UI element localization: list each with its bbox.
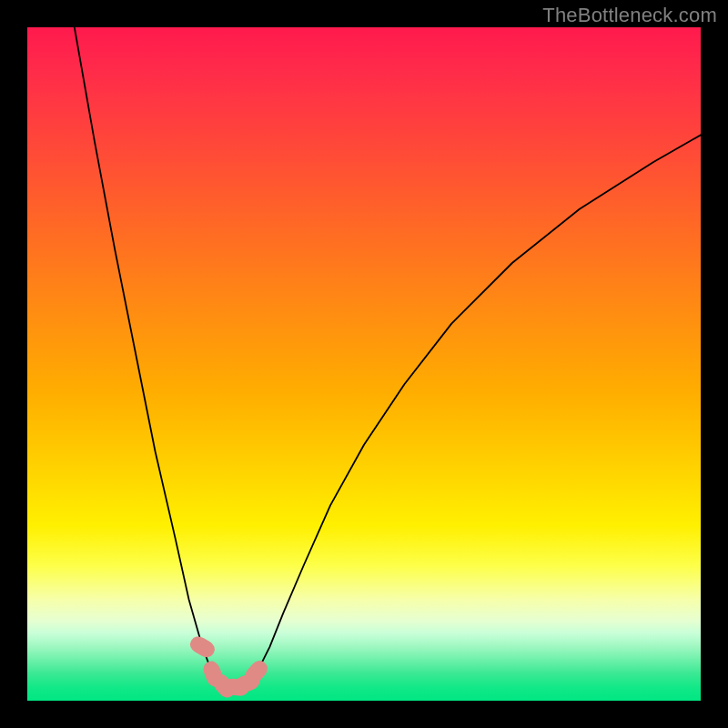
chart-frame: TheBottleneck.com: [0, 0, 728, 728]
watermark-text: TheBottleneck.com: [542, 4, 717, 27]
chart-svg: [27, 27, 701, 701]
plot-area: [27, 27, 701, 701]
highlight-marker: [187, 633, 217, 661]
curve-line: [75, 27, 701, 687]
highlight-markers: [187, 633, 271, 701]
